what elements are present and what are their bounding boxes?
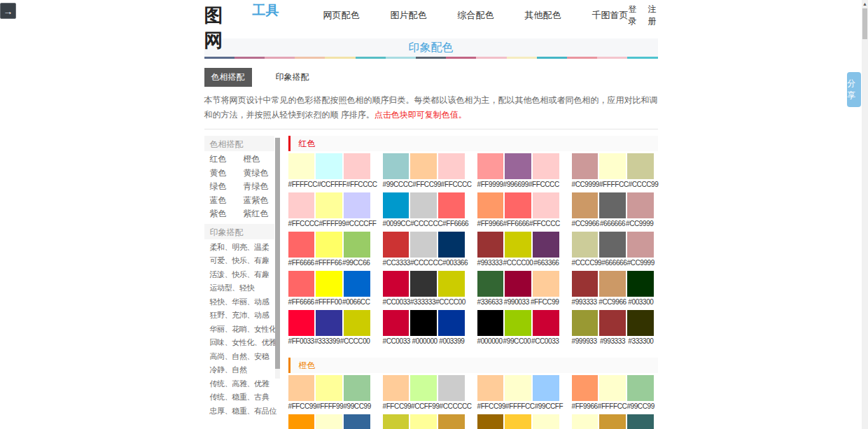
color-swatch[interactable] [344,414,370,429]
color-swatch[interactable] [288,310,315,336]
sidebar-item-hue[interactable]: 黄色 [210,167,244,181]
color-swatch[interactable] [477,310,504,336]
color-swatch[interactable] [438,271,465,297]
color-swatch[interactable] [316,310,342,336]
color-swatch[interactable] [477,375,504,401]
color-swatch[interactable] [627,414,654,429]
color-swatch[interactable] [316,375,342,401]
color-swatch[interactable] [572,271,598,297]
color-swatch[interactable] [438,192,465,218]
sidebar-scrollbar[interactable] [275,137,280,379]
sidebar-item-impression[interactable]: 柔和、明亮、温柔 [204,241,274,255]
color-swatch[interactable] [627,375,654,401]
site-logo[interactable]: 千图网 · 配色工具 [204,0,287,53]
color-swatch[interactable] [410,414,437,429]
color-swatch[interactable] [410,192,437,218]
color-swatch[interactable] [477,414,504,429]
sidebar-item-impression[interactable]: 忠厚、稳重、有品位 [204,405,274,419]
color-swatch[interactable] [383,271,410,297]
color-swatch[interactable] [344,232,370,258]
sidebar-item-hue[interactable]: 紫色 [210,207,244,221]
color-swatch[interactable] [627,153,654,179]
color-swatch[interactable] [383,232,410,258]
sidebar-item-impression[interactable]: 高尚、自然、安稳 [204,350,274,364]
color-swatch[interactable] [572,232,598,258]
color-swatch[interactable] [410,310,437,336]
nav-item[interactable]: 千图首页 [592,9,629,22]
color-swatch[interactable] [288,232,315,258]
color-swatch[interactable] [505,414,531,429]
sidebar-item-impression[interactable]: 运动型、轻快 [204,281,274,295]
color-swatch[interactable] [572,310,598,336]
color-swatch[interactable] [383,153,410,179]
color-swatch[interactable] [627,192,654,218]
color-swatch[interactable] [627,271,654,297]
sidebar-item-hue[interactable]: 红色 [210,153,244,167]
color-swatch[interactable] [599,153,626,179]
color-swatch[interactable] [383,310,410,336]
color-swatch[interactable] [505,232,531,258]
scroll-up-icon[interactable]: ▲ [862,1,867,7]
sidebar-item-hue[interactable]: 蓝色 [210,194,244,208]
color-swatch[interactable] [477,192,504,218]
sidebar-item-impression[interactable]: 可爱、快乐、有趣 [204,254,274,268]
sidebar-item-hue[interactable]: 橙色 [244,153,269,167]
sidebar-item-hue[interactable]: 紫红色 [244,207,269,221]
color-swatch[interactable] [410,153,437,179]
color-swatch[interactable] [572,192,598,218]
nav-item[interactable]: 图片配色 [391,9,427,22]
sidebar-item-hue[interactable]: 绿色 [210,180,244,194]
sidebar-scrollbar-thumb[interactable] [275,138,280,369]
tab-impression-match[interactable]: 印象搭配 [269,68,316,87]
sidebar-item-impression[interactable]: 华丽、花哨、女性化 [204,323,274,337]
sidebar-item-impression[interactable]: 传统、稳重、古典 [204,391,274,405]
color-swatch[interactable] [410,232,437,258]
color-swatch[interactable] [599,310,626,336]
color-swatch[interactable] [344,153,370,179]
color-swatch[interactable] [383,375,410,401]
color-swatch[interactable] [627,232,654,258]
color-swatch[interactable] [599,232,626,258]
color-swatch[interactable] [477,271,504,297]
color-swatch[interactable] [344,375,370,401]
color-swatch[interactable] [316,153,342,179]
sidebar-item-impression[interactable]: 狂野、充沛、动感 [204,309,274,323]
color-swatch[interactable] [599,271,626,297]
color-swatch[interactable] [533,375,559,401]
login-link[interactable]: 登录 [629,3,638,27]
color-swatch[interactable] [288,271,315,297]
sidebar-item-impression[interactable]: 回味、女性化、优雅 [204,336,274,350]
sidebar-item-hue[interactable]: 青绿色 [244,180,269,194]
color-swatch[interactable] [505,192,531,218]
color-swatch[interactable] [533,414,559,429]
color-swatch[interactable] [288,153,315,179]
color-swatch[interactable] [438,310,465,336]
color-swatch[interactable] [599,192,626,218]
color-swatch[interactable] [344,310,370,336]
color-swatch[interactable] [599,414,626,429]
color-swatch[interactable] [533,232,559,258]
color-swatch[interactable] [438,375,465,401]
sidebar-item-impression[interactable]: 轻快、华丽、动感 [204,295,274,309]
sidebar-item-hue[interactable]: 蓝紫色 [244,194,269,208]
color-swatch[interactable] [383,414,410,429]
color-swatch[interactable] [533,310,559,336]
color-swatch[interactable] [288,414,315,429]
sidebar-item-hue[interactable]: 黄绿色 [244,167,269,181]
color-swatch[interactable] [316,414,342,429]
browser-scrollbar-thumb[interactable] [862,8,867,39]
tab-hue-match[interactable]: 色相搭配 [204,68,252,87]
color-swatch[interactable] [410,375,437,401]
browser-back-arrow-button[interactable]: → [0,3,16,19]
sidebar-item-impression[interactable]: 活泼、快乐、有趣 [204,268,274,282]
share-button[interactable]: 分享 [847,72,861,107]
color-swatch[interactable] [505,310,531,336]
browser-scrollbar[interactable]: ▲ [862,0,868,429]
color-swatch[interactable] [438,414,465,429]
color-swatch[interactable] [533,271,559,297]
color-swatch[interactable] [572,153,598,179]
sidebar-item-impression[interactable]: 传统、高雅、优雅 [204,377,274,391]
color-swatch[interactable] [288,192,315,218]
nav-item[interactable]: 综合配色 [458,9,494,22]
color-swatch[interactable] [438,232,465,258]
